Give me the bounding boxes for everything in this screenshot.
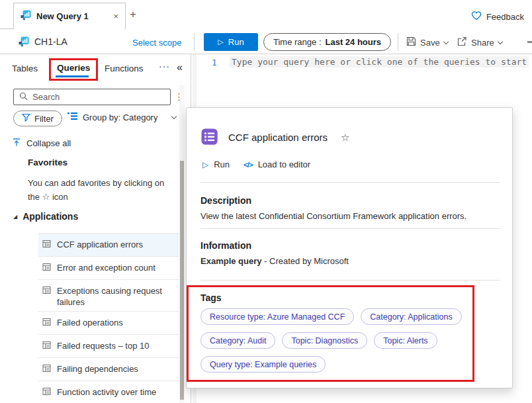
search-input[interactable] <box>32 92 145 102</box>
editor-line-number: 1 <box>212 58 217 67</box>
toolbar-separator <box>194 33 195 51</box>
query-list-item-selected[interactable]: CCF application errors <box>38 234 179 257</box>
heart-icon <box>471 11 482 22</box>
favorites-heading: Favorites <box>28 157 67 167</box>
favorites-hint-line2: the ☆ icon <box>28 192 68 202</box>
query-list-item[interactable]: Failing dependencies <box>38 358 179 381</box>
workspace-icon <box>19 36 29 50</box>
information-text: Example query - Created by Microsoft <box>200 256 349 266</box>
favorite-star-icon[interactable]: ☆ <box>341 132 349 144</box>
query-item-label: Failed operations <box>57 317 123 328</box>
flyout-title: CCF application errors <box>228 132 328 143</box>
time-range-value: Last 24 hours <box>326 37 382 47</box>
information-created-by: - Created by Microsoft <box>262 256 349 266</box>
new-tab-button[interactable]: + <box>130 8 136 21</box>
toolbar-bottom-border <box>0 54 532 54</box>
group-by-chevron-icon <box>171 113 177 118</box>
sidebar-tab-functions[interactable]: Functions <box>105 64 144 73</box>
applications-group-header[interactable]: ◢ Applications <box>13 211 78 222</box>
query-item-label: Failed requests – top 10 <box>57 340 149 351</box>
query-purple-icon <box>200 128 219 149</box>
query-doc-icon <box>42 286 51 297</box>
query-list: CCF application errors Error and excepti… <box>38 233 179 403</box>
log-analytics-icon <box>21 10 31 23</box>
collapse-all-icon <box>12 138 21 149</box>
share-chevron-icon <box>497 38 502 44</box>
sidebar-scrollbar-thumb[interactable] <box>180 161 184 400</box>
save-chevron-icon <box>443 38 448 44</box>
save-icon <box>406 36 416 48</box>
query-doc-icon <box>42 318 51 329</box>
query-list-item[interactable]: Failed requests – top 10 <box>38 335 179 358</box>
collapse-all-button[interactable]: Collapse all <box>12 138 71 149</box>
run-button[interactable]: ▷ Run <box>204 33 258 51</box>
query-doc-icon <box>42 263 51 274</box>
query-list-item[interactable]: Failed operations <box>38 312 179 335</box>
query-item-label: Function activity over time <box>57 386 156 398</box>
information-query-type: Example query <box>200 256 262 266</box>
favorites-hint: You can add favorites by clicking on the… <box>28 176 181 204</box>
query-doc-icon <box>42 387 51 398</box>
tab-title: New Query 1 <box>36 11 108 21</box>
query-doc-icon <box>42 364 51 375</box>
flyout-divider <box>200 228 500 229</box>
annotation-box-queries-tab <box>49 58 98 81</box>
filter-button[interactable]: Filter <box>13 111 62 126</box>
load-to-editor-button[interactable]: </> Load to editor <box>244 159 310 169</box>
query-list-item[interactable]: Error and exception count <box>38 257 179 280</box>
share-label: Share <box>471 38 494 48</box>
feedback-label: Feedback <box>486 12 524 22</box>
sidebar-more-tabs-icon[interactable]: ··· <box>159 61 170 71</box>
share-button[interactable]: Share <box>457 36 502 48</box>
favorites-hint-line1: You can add favorites by clicking on <box>28 178 164 188</box>
description-text: View the latest Confidential Consortium … <box>200 211 466 221</box>
query-doc-icon <box>42 240 51 251</box>
save-label: Save <box>420 38 440 48</box>
save-button[interactable]: Save <box>406 36 448 48</box>
filter-label: Filter <box>34 114 54 124</box>
flyout-divider <box>200 280 500 281</box>
share-icon <box>457 36 467 48</box>
feedback-button[interactable]: Feedback <box>471 11 524 22</box>
log-analytics-window: New Query 1 × + Feedback CH1-LA Select s… <box>0 0 532 403</box>
tabbar-edge-line <box>0 28 14 29</box>
play-icon: ▷ <box>218 38 223 46</box>
toolbar-overflow-cut <box>527 41 532 43</box>
query-doc-icon <box>42 341 51 352</box>
description-heading: Description <box>200 195 251 206</box>
query-item-label: CCF application errors <box>57 239 143 250</box>
applications-group-title: Applications <box>22 211 78 222</box>
query-item-label: Error and exception count <box>57 262 155 273</box>
code-icon: </> <box>244 161 253 169</box>
group-by-icon <box>67 112 77 122</box>
search-icon <box>19 91 28 103</box>
time-range-picker[interactable]: Time range : Last 24 hours <box>263 33 391 51</box>
annotation-box-tags <box>187 285 474 382</box>
flyout-play-icon: ▷ <box>202 160 208 169</box>
group-by-label: Group by: Category <box>83 112 157 122</box>
select-scope-link[interactable]: Select scope <box>132 38 181 48</box>
load-to-editor-label: Load to editor <box>258 159 311 169</box>
run-label: Run <box>228 37 244 47</box>
flyout-run-label: Run <box>214 159 230 169</box>
flyout-divider <box>200 182 500 183</box>
query-item-label: Failing dependencies <box>57 363 138 375</box>
sidebar-tab-tables[interactable]: Tables <box>12 64 38 73</box>
tab-close-icon[interactable]: × <box>113 11 118 21</box>
search-box[interactable] <box>13 89 171 105</box>
editor-placeholder-text[interactable]: Type your query here or click one of the… <box>230 56 529 67</box>
workspace-name: CH1-LA <box>34 36 67 47</box>
collapse-all-label: Collapse all <box>26 138 71 148</box>
group-by-dropdown[interactable]: Group by: Category <box>67 112 176 122</box>
flyout-run-button[interactable]: ▷ Run <box>202 159 230 169</box>
group-expander-icon: ◢ <box>13 214 17 220</box>
query-item-label: Exceptions causing request failures <box>57 285 171 308</box>
filter-funnel-icon <box>22 113 30 124</box>
query-list-item[interactable]: Exceptions causing request failures <box>38 280 179 312</box>
time-range-label: Time range : <box>273 37 322 47</box>
collapse-pane-icon[interactable]: « <box>177 62 183 73</box>
query-document-tab[interactable]: New Query 1 × <box>13 3 126 29</box>
information-heading: Information <box>200 240 251 251</box>
toolbar-separator-2 <box>398 33 398 51</box>
query-list-item[interactable]: Function activity over time <box>38 381 179 403</box>
